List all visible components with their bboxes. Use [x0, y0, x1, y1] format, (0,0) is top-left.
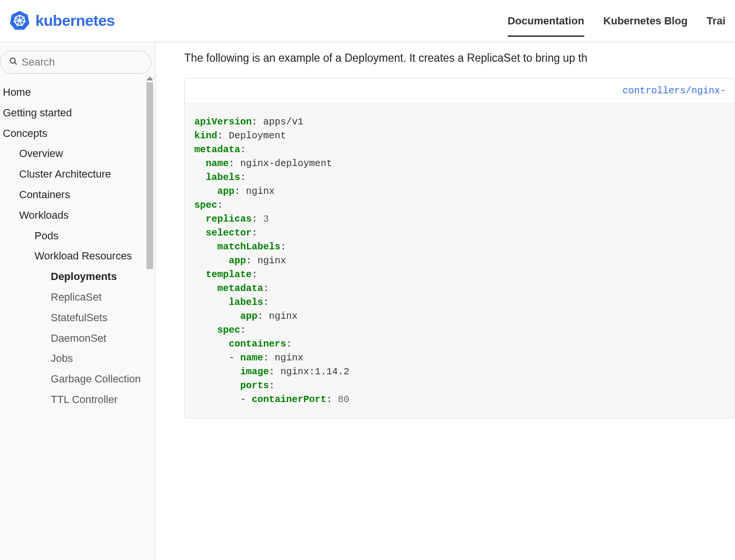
main-content: The following is an example of a Deploym… [156, 42, 735, 560]
nav-tree: Home Getting started Concepts Overview C… [0, 82, 155, 410]
sidebar-item-home[interactable]: Home [0, 82, 145, 103]
nav-documentation[interactable]: Documentation [508, 0, 584, 42]
intro-paragraph: The following is an example of a Deploym… [184, 52, 735, 65]
yaml-key: template [206, 269, 252, 280]
sidebar-item-workload-resources[interactable]: Workload Resources [0, 246, 145, 267]
code-file-link[interactable]: controllers/nginx- [185, 78, 735, 103]
sidebar-item-statefulsets[interactable]: StatefulSets [0, 308, 145, 328]
sidebar-item-daemonset[interactable]: DaemonSet [0, 328, 145, 349]
yaml-key: ports [240, 380, 269, 391]
yaml-code-block: apiVersion: apps/v1 kind: Deployment met… [185, 103, 735, 418]
sidebar: Home Getting started Concepts Overview C… [0, 42, 156, 560]
search-input[interactable] [22, 56, 142, 68]
yaml-key: app [240, 311, 257, 322]
yaml-key: apiVersion [194, 116, 252, 127]
sidebar-item-jobs[interactable]: Jobs [0, 348, 145, 369]
yaml-key: metadata [194, 144, 240, 155]
yaml-key: replicas [206, 213, 252, 224]
yaml-key: labels [206, 172, 240, 183]
sidebar-item-getting-started[interactable]: Getting started [0, 103, 145, 123]
nav-training[interactable]: Trai [707, 0, 725, 42]
sidebar-item-containers[interactable]: Containers [0, 185, 145, 205]
yaml-key: image [240, 366, 269, 377]
yaml-key: name [206, 158, 229, 169]
scroll-up-icon[interactable] [146, 77, 153, 80]
code-card: controllers/nginx- apiVersion: apps/v1 k… [184, 78, 735, 418]
svg-point-9 [18, 19, 21, 22]
search-box[interactable] [0, 51, 151, 74]
sidebar-item-deployments[interactable]: Deployments [0, 267, 145, 287]
brand-logo[interactable]: kubernetes [10, 10, 115, 32]
yaml-value: nginx-deployment [240, 158, 332, 169]
yaml-key: selector [206, 227, 252, 238]
top-nav: Documentation Kubernetes Blog Trai [508, 0, 725, 42]
yaml-dash: - [240, 394, 246, 405]
yaml-value: nginx [275, 352, 303, 363]
yaml-value: nginx:1.14.2 [280, 366, 349, 377]
brand-name: kubernetes [35, 12, 115, 30]
svg-line-11 [14, 62, 17, 65]
yaml-value: nginx [269, 311, 298, 322]
yaml-key: spec [194, 200, 217, 211]
sidebar-item-replicaset[interactable]: ReplicaSet [0, 287, 145, 308]
yaml-value: nginx [246, 186, 275, 197]
yaml-key: app [229, 255, 246, 266]
sidebar-item-garbage-collection[interactable]: Garbage Collection [0, 369, 145, 390]
yaml-key: app [217, 186, 234, 197]
header: kubernetes Documentation Kubernetes Blog… [0, 0, 735, 42]
kubernetes-logo-icon [10, 10, 30, 32]
yaml-key: kind [194, 130, 217, 141]
sidebar-item-cluster-architecture[interactable]: Cluster Architecture [0, 164, 145, 185]
yaml-value: 80 [338, 394, 349, 405]
yaml-value: apps/v1 [263, 116, 303, 127]
sidebar-item-workloads[interactable]: Workloads [0, 205, 145, 226]
sidebar-item-pods[interactable]: Pods [0, 226, 145, 246]
scrollbar-thumb[interactable] [146, 82, 153, 269]
yaml-value: 3 [263, 213, 269, 224]
yaml-key: metadata [217, 283, 263, 294]
sidebar-item-concepts[interactable]: Concepts [0, 123, 145, 144]
yaml-value: Deployment [229, 130, 286, 141]
yaml-key: labels [229, 297, 263, 308]
yaml-key: spec [217, 325, 240, 336]
yaml-value: nginx [257, 255, 286, 266]
sidebar-item-ttl-controller[interactable]: TTL Controller [0, 390, 145, 410]
search-icon [9, 57, 18, 67]
yaml-key: containerPort [252, 394, 326, 405]
nav-blog[interactable]: Kubernetes Blog [603, 0, 688, 42]
sidebar-item-overview[interactable]: Overview [0, 144, 145, 164]
yaml-dash: - [229, 352, 234, 363]
svg-point-10 [10, 58, 15, 63]
yaml-key: containers [229, 338, 286, 349]
yaml-key: name [240, 352, 263, 363]
yaml-key: matchLabels [217, 241, 280, 252]
